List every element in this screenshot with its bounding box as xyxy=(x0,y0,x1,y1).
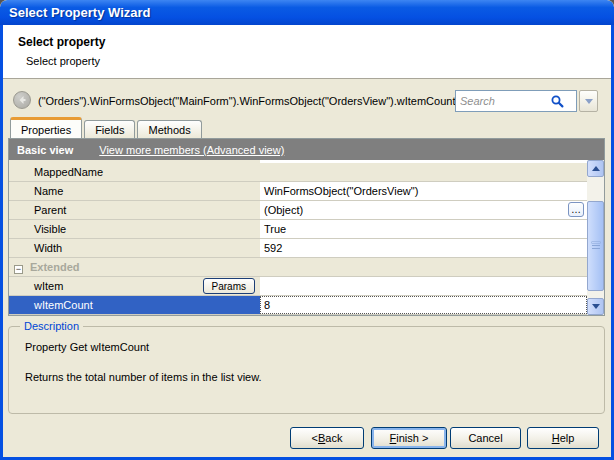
group-row-extended[interactable]: −Extended xyxy=(9,258,587,277)
finish-button[interactable]: Finish > xyxy=(371,427,447,449)
property-value: 592 xyxy=(260,239,587,257)
select-property-wizard-dialog: Select Property Wizard Select property S… xyxy=(0,0,614,460)
page-subtitle: Select property xyxy=(26,55,100,67)
grid-body: MappedName Name WinFormsObject("OrdersVi… xyxy=(9,160,587,315)
table-row-parent[interactable]: Parent (Object) … xyxy=(9,201,587,220)
advanced-view-link[interactable]: View more members (Advanced view) xyxy=(99,144,284,156)
property-value: True xyxy=(260,220,587,238)
search-dropdown-button[interactable] xyxy=(579,90,598,112)
scroll-up-button[interactable] xyxy=(587,160,604,177)
property-value xyxy=(260,163,587,181)
description-line2: Returns the total number of items in the… xyxy=(25,371,262,383)
table-row-visible[interactable]: Visible True xyxy=(9,220,587,239)
table-row-width[interactable]: Width 592 xyxy=(9,239,587,258)
table-row-name[interactable]: Name WinFormsObject("OrdersView") xyxy=(9,182,587,201)
collapse-icon[interactable]: − xyxy=(14,265,23,274)
property-value: (Object) … xyxy=(260,201,587,219)
property-grid: Basic view View more members (Advanced v… xyxy=(8,138,605,316)
back-button[interactable]: <Back xyxy=(290,427,364,449)
title-bar[interactable]: Select Property Wizard xyxy=(0,0,614,25)
help-button[interactable]: Help xyxy=(527,427,599,449)
back-arrow-icon xyxy=(17,95,27,105)
property-name: wItemCount xyxy=(9,296,260,314)
property-name: MappedName xyxy=(9,163,260,181)
property-name: wItem Params xyxy=(9,277,260,295)
property-name: Parent xyxy=(9,201,260,219)
property-name: Visible xyxy=(9,220,260,238)
object-path: ("Orders").WinFormsObject("MainForm").Wi… xyxy=(38,95,455,107)
back-navigation-button[interactable] xyxy=(13,91,31,109)
table-row-witemcount-selected[interactable]: wItemCount 8 xyxy=(9,296,587,315)
thumb-grip-icon xyxy=(592,242,600,243)
chevron-down-icon xyxy=(585,99,593,104)
scrollbar-thumb[interactable] xyxy=(587,201,604,291)
property-name: Name xyxy=(9,182,260,200)
description-line1: Property Get wItemCount xyxy=(25,341,149,353)
arrow-down-icon xyxy=(592,304,600,309)
arrow-up-icon xyxy=(592,166,600,171)
property-value: WinFormsObject("OrdersView") xyxy=(260,182,587,200)
description-groupbox: Description Property Get wItemCount Retu… xyxy=(8,326,605,414)
tab-properties[interactable]: Properties xyxy=(10,117,82,138)
tab-fields[interactable]: Fields xyxy=(84,120,135,138)
property-name: Width xyxy=(9,239,260,257)
vertical-scrollbar[interactable] xyxy=(587,160,604,315)
wizard-header: Select property Select property xyxy=(3,25,611,79)
search-icon[interactable] xyxy=(550,94,564,108)
table-row-witem[interactable]: wItem Params xyxy=(9,277,587,296)
window-title: Select Property Wizard xyxy=(9,5,150,20)
search-input[interactable] xyxy=(460,95,550,107)
grid-view-header: Basic view View more members (Advanced v… xyxy=(9,139,604,160)
group-label: Extended xyxy=(30,261,80,273)
window-border-left xyxy=(0,25,3,460)
page-title: Select property xyxy=(18,35,105,49)
property-value xyxy=(260,277,587,295)
tab-bar: Properties Fields Methods xyxy=(10,117,204,138)
ellipsis-button[interactable]: … xyxy=(568,202,584,217)
tab-methods[interactable]: Methods xyxy=(137,120,201,138)
scroll-down-button[interactable] xyxy=(587,298,604,315)
description-legend: Description xyxy=(20,320,83,332)
table-row-mappedname[interactable]: MappedName xyxy=(9,163,587,182)
property-value-editor[interactable]: 8 xyxy=(260,296,587,314)
basic-view-label: Basic view xyxy=(17,144,73,156)
params-button[interactable]: Params xyxy=(203,278,255,294)
search-field-box[interactable] xyxy=(455,90,577,112)
cancel-button[interactable]: Cancel xyxy=(450,427,521,449)
search-control xyxy=(455,90,598,112)
